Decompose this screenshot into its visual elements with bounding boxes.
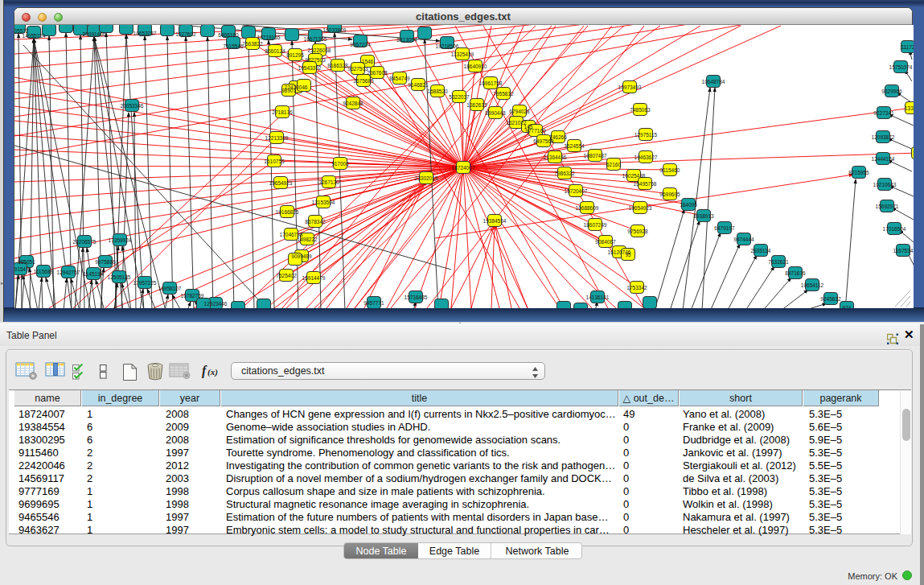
svg-text:1546: 1546 xyxy=(362,59,374,64)
svg-text:7663822: 7663822 xyxy=(242,41,263,47)
svg-text:1527602: 1527602 xyxy=(175,31,196,37)
svg-text:10210643: 10210643 xyxy=(873,182,897,187)
svg-text:8938913: 8938913 xyxy=(693,213,714,219)
svg-text:10973493: 10973493 xyxy=(618,84,642,90)
svg-text:17016504: 17016504 xyxy=(883,226,906,232)
svg-text:19654923: 19654923 xyxy=(629,205,652,211)
svg-text:12505135: 12505135 xyxy=(108,274,131,280)
svg-text:164095: 164095 xyxy=(680,202,697,208)
svg-text:9474444: 9474444 xyxy=(733,237,754,242)
svg-text:12444154: 12444154 xyxy=(872,156,895,162)
svg-text:9329966: 9329966 xyxy=(881,89,902,94)
svg-text:16782759: 16782759 xyxy=(181,293,204,299)
svg-text:19463627: 19463627 xyxy=(634,154,658,160)
svg-text:15692971: 15692971 xyxy=(876,204,899,209)
svg-text:7955812: 7955812 xyxy=(493,91,514,97)
svg-text:(x): (x) xyxy=(207,367,218,377)
svg-text:9827503: 9827503 xyxy=(305,57,326,63)
svg-text:8454749: 8454749 xyxy=(389,76,410,81)
svg-text:12942757: 12942757 xyxy=(57,270,80,275)
svg-text:6497568: 6497568 xyxy=(533,138,554,144)
svg-text:10719155: 10719155 xyxy=(257,35,281,40)
svg-text:18724007: 18724007 xyxy=(452,165,475,171)
svg-text:12213369: 12213369 xyxy=(265,135,289,141)
svg-text:16914479: 16914479 xyxy=(302,275,326,281)
svg-text:23302015: 23302015 xyxy=(415,175,438,181)
svg-text:2367608: 2367608 xyxy=(367,70,388,76)
svg-text:10654112: 10654112 xyxy=(801,282,824,288)
svg-text:21364436: 21364436 xyxy=(544,154,567,160)
svg-text:6794028: 6794028 xyxy=(509,109,530,114)
svg-text:8660124: 8660124 xyxy=(265,48,285,54)
svg-text:2935114: 2935114 xyxy=(751,248,771,253)
svg-text:8186328: 8186328 xyxy=(327,63,348,68)
svg-text:95: 95 xyxy=(625,252,631,257)
svg-text:891295: 891295 xyxy=(286,52,304,58)
svg-text:19166825: 19166825 xyxy=(276,209,299,215)
svg-text:13153594: 13153594 xyxy=(312,200,335,205)
svg-text:10688609: 10688609 xyxy=(576,205,599,211)
svg-text:10807487: 10807487 xyxy=(584,153,607,159)
svg-text:20206575: 20206575 xyxy=(73,239,97,245)
svg-text:1498222: 1498222 xyxy=(297,237,318,242)
svg-text:23226058: 23226058 xyxy=(308,47,331,53)
svg-text:98901: 98901 xyxy=(281,88,296,93)
svg-text:1115689: 1115689 xyxy=(34,269,54,274)
svg-text:9245612: 9245612 xyxy=(820,296,841,302)
svg-text:6466160: 6466160 xyxy=(218,32,239,38)
svg-text:8678342: 8678342 xyxy=(305,219,326,225)
svg-text:7625402: 7625402 xyxy=(276,273,297,278)
svg-text:9699695: 9699695 xyxy=(659,192,680,197)
svg-text:14136141: 14136141 xyxy=(586,295,610,300)
svg-text:3624554: 3624554 xyxy=(564,143,585,149)
svg-text:10653287: 10653287 xyxy=(133,31,157,36)
svg-text:1588520: 1588520 xyxy=(427,89,448,94)
svg-text:5322037: 5322037 xyxy=(449,94,470,100)
svg-text:8215955: 8215955 xyxy=(848,170,869,175)
svg-text:7632621: 7632621 xyxy=(768,259,789,265)
svg-text:18607249: 18607249 xyxy=(584,222,607,228)
svg-text:15716485: 15716485 xyxy=(405,295,428,300)
svg-text:1362615: 1362615 xyxy=(466,102,487,108)
svg-text:974: 974 xyxy=(843,305,852,309)
svg-text:1797: 1797 xyxy=(913,150,914,156)
svg-text:14055724: 14055724 xyxy=(23,33,46,39)
svg-text:19218506: 19218506 xyxy=(436,43,459,49)
svg-text:16961758: 16961758 xyxy=(479,80,503,86)
svg-text:f: f xyxy=(202,364,207,378)
svg-text:15720407: 15720407 xyxy=(565,188,588,194)
svg-text:15495758: 15495758 xyxy=(634,181,657,187)
svg-text:20091406: 20091406 xyxy=(83,31,106,37)
svg-text:15751074: 15751074 xyxy=(889,64,913,70)
svg-text:1753342: 1753342 xyxy=(626,285,647,290)
svg-text:10025438: 10025438 xyxy=(622,173,646,179)
svg-text:391547: 391547 xyxy=(14,266,29,272)
svg-text:6479197: 6479197 xyxy=(714,225,735,231)
svg-text:11325419: 11325419 xyxy=(451,51,474,57)
svg-text:16033809: 16033809 xyxy=(323,27,347,33)
svg-text:9115460: 9115460 xyxy=(660,167,680,173)
svg-text:9327503: 9327503 xyxy=(347,66,368,72)
svg-text:8813054: 8813054 xyxy=(396,37,417,43)
svg-text:18640910: 18640910 xyxy=(464,64,487,69)
svg-text:2718176: 2718176 xyxy=(272,109,293,115)
svg-text:9084067: 9084067 xyxy=(595,239,616,245)
svg-text:1167534: 1167534 xyxy=(893,248,914,253)
svg-text:19654923: 19654923 xyxy=(269,180,293,186)
svg-text:7515546: 7515546 xyxy=(223,43,244,49)
svg-text:1610755: 1610755 xyxy=(264,159,285,164)
svg-text:3267130: 3267130 xyxy=(318,179,339,185)
svg-text:7485063: 7485063 xyxy=(630,107,651,113)
svg-text:16671355: 16671355 xyxy=(304,36,327,42)
svg-text:985051: 985051 xyxy=(18,259,35,265)
svg-text:9457771: 9457771 xyxy=(363,300,384,306)
svg-text:19384554: 19384554 xyxy=(483,218,507,224)
svg-text:9756928: 9756928 xyxy=(627,229,648,234)
svg-text:917006: 917006 xyxy=(331,161,349,167)
svg-text:12975115: 12975115 xyxy=(634,132,658,138)
svg-text:1145194: 1145194 xyxy=(84,271,104,277)
svg-text:62160: 62160 xyxy=(606,162,621,167)
svg-text:9975886: 9975886 xyxy=(95,259,116,265)
svg-text:9777169: 9777169 xyxy=(525,128,546,134)
svg-text:12093872: 12093872 xyxy=(872,134,895,140)
